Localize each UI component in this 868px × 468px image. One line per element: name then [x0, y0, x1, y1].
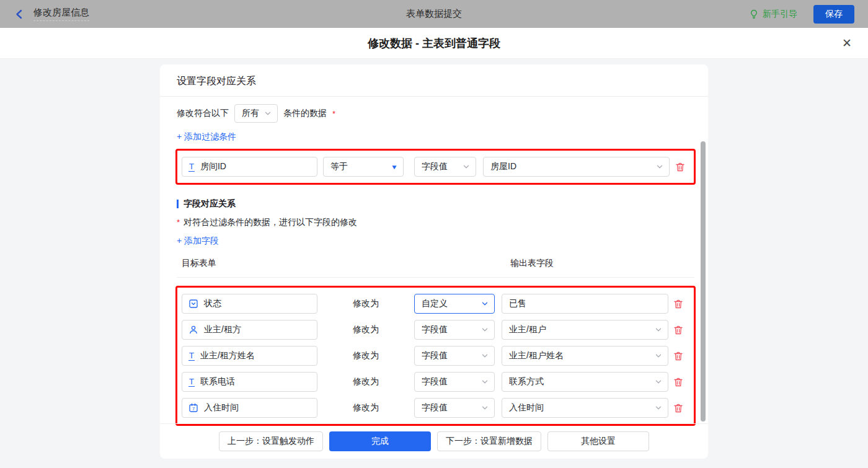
panel-content: 修改符合以下 所有 条件的数据 * + 添加过滤条件 T 房间ID [160, 97, 708, 426]
filter-highlight-box: T 房间ID 等于 ▼ 字段值 房屋ID [175, 149, 696, 185]
add-filter-condition-link[interactable]: + 添加过滤条件 [177, 131, 236, 143]
scope-suffix-label: 条件的数据 [283, 108, 327, 119]
mapping-row: 业主/租方 修改为 字段值 业主/租户 [182, 320, 689, 340]
dialog-title: 修改数据 - 主表到普通字段 [368, 36, 500, 51]
filter-field-select[interactable]: T 房间ID [182, 157, 317, 177]
mapping-description: * 对符合过滤条件的数据，进行以下字段的修改 [177, 217, 694, 228]
filter-value-type-select[interactable]: 字段值 [414, 157, 476, 177]
guide-label: 新手引导 [763, 9, 797, 20]
col-target-form: 目标表单 [182, 258, 216, 269]
app-header-right: 新手引导 保存 [749, 5, 854, 24]
other-settings-button[interactable]: 其他设置 [547, 431, 649, 451]
value-type-select[interactable]: 字段值 [414, 320, 495, 340]
value-type-value: 字段值 [422, 161, 448, 172]
required-mark: * [332, 109, 335, 118]
flow-title[interactable]: 修改房屋信息 [33, 7, 89, 21]
mapping-section-title: 字段对应关系 [177, 198, 694, 210]
mapping-row: 状态 修改为 自定义 已售 [182, 294, 689, 314]
scope-select-value: 所有 [242, 108, 259, 119]
scope-prefix-label: 修改符合以下 [177, 108, 229, 119]
col-output-field: 输出表字段 [510, 258, 554, 269]
target-field-select[interactable]: 7 入住时间 [182, 398, 317, 418]
app-header: 修改房屋信息 表单数据提交 新手引导 保存 [0, 0, 868, 28]
value-type-select[interactable]: 字段值 [414, 346, 495, 366]
chevron-down-icon [655, 352, 662, 360]
select-field-icon [188, 299, 198, 309]
target-field-value: 入住时间 [204, 402, 239, 413]
prev-step-button[interactable]: 上一步：设置触发动作 [219, 431, 323, 451]
output-field-select[interactable]: 业主/租户 [502, 320, 668, 340]
save-button[interactable]: 保存 [813, 5, 854, 24]
filter-scope-row: 修改符合以下 所有 条件的数据 * [177, 104, 694, 123]
delete-row-button[interactable] [673, 299, 683, 309]
compare-field-value: 房屋ID [490, 161, 516, 172]
done-button[interactable]: 完成 [329, 431, 431, 451]
output-field-select[interactable]: 联系方式 [502, 372, 668, 392]
svg-text:7: 7 [192, 406, 195, 412]
add-field-link[interactable]: + 添加字段 [177, 236, 219, 247]
trash-icon [673, 351, 683, 361]
close-icon[interactable]: ✕ [842, 36, 852, 51]
trigger-type-label: 表单数据提交 [0, 8, 868, 20]
filter-condition-row: T 房间ID 等于 ▼ 字段值 房屋ID [182, 157, 689, 177]
chevron-left-icon [14, 9, 25, 20]
chevron-down-icon [481, 378, 489, 386]
field-mapping-panel: 设置字段对应关系 修改符合以下 所有 条件的数据 * + 添加过滤条件 [160, 64, 708, 459]
output-field-select[interactable]: 入住时间 [502, 398, 668, 418]
mapping-row: T 业主/租方姓名 修改为 字段值 业主/租户姓名 [182, 346, 689, 366]
modify-to-label: 修改为 [317, 298, 414, 309]
panel-footer: 上一步：设置触发动作 完成 下一步：设置新增数据 其他设置 [160, 423, 708, 459]
delete-row-button[interactable] [673, 325, 683, 335]
lightbulb-icon [749, 9, 759, 19]
chevron-down-icon [481, 404, 489, 412]
chevron-down-icon [463, 163, 470, 170]
caret-down-icon: ▼ [391, 164, 398, 170]
chevron-down-icon [655, 326, 662, 333]
target-field-select[interactable]: T 联系电话 [182, 372, 317, 392]
output-field-select[interactable]: 业主/租户姓名 [502, 346, 668, 366]
date-field-icon: 7 [188, 403, 198, 413]
delete-row-button[interactable] [673, 351, 683, 361]
value-type-select[interactable]: 字段值 [414, 398, 495, 418]
dialog-header: 修改数据 - 主表到普通字段 ✕ [0, 28, 868, 59]
trash-icon [673, 325, 683, 335]
dialog-body: 设置字段对应关系 修改符合以下 所有 条件的数据 * + 添加过滤条件 [0, 59, 868, 468]
filter-field-value: 房间ID [200, 161, 226, 172]
next-step-button[interactable]: 下一步：设置新增数据 [437, 431, 541, 451]
value-type-select[interactable]: 字段值 [414, 372, 495, 392]
target-field-value: 业主/租方 [204, 324, 241, 335]
value-type-select[interactable]: 自定义 [414, 294, 495, 314]
operator-value: 等于 [330, 161, 348, 172]
text-field-icon: T [188, 351, 195, 361]
chevron-down-icon [655, 404, 662, 412]
modify-to-label: 修改为 [317, 376, 414, 387]
target-field-value: 业主/租方姓名 [200, 350, 255, 361]
trash-icon [673, 377, 683, 387]
filter-operator-select[interactable]: 等于 ▼ [323, 157, 404, 177]
target-field-select[interactable]: T 业主/租方姓名 [182, 346, 317, 366]
target-field-value: 状态 [204, 298, 221, 309]
trash-icon [675, 162, 685, 172]
target-field-select[interactable]: 业主/租方 [182, 320, 317, 340]
filter-scope-select[interactable]: 所有 [234, 104, 278, 123]
target-field-select[interactable]: 状态 [182, 294, 317, 314]
filter-compare-field-select[interactable]: 房屋ID [483, 157, 670, 177]
delete-row-button[interactable] [673, 377, 683, 387]
chevron-down-icon [656, 163, 663, 170]
mapping-highlight-box: 状态 修改为 自定义 已售 [175, 286, 696, 426]
chevron-down-icon [264, 110, 272, 117]
section-accent-bar [177, 200, 179, 208]
beginner-guide-link[interactable]: 新手引导 [749, 9, 797, 20]
delete-condition-button[interactable] [675, 162, 685, 172]
mapping-row: 7 入住时间 修改为 字段值 入住时间 [182, 398, 689, 418]
delete-row-button[interactable] [673, 403, 683, 413]
chevron-down-icon [481, 326, 489, 333]
person-icon [188, 325, 198, 335]
trash-icon [673, 403, 683, 413]
chevron-down-icon [481, 352, 489, 360]
custom-value-input[interactable]: 已售 [502, 294, 668, 314]
scrollbar-thumb[interactable] [701, 141, 706, 422]
back-button[interactable] [14, 9, 25, 20]
modify-to-label: 修改为 [317, 350, 414, 361]
chevron-down-icon [655, 378, 662, 386]
